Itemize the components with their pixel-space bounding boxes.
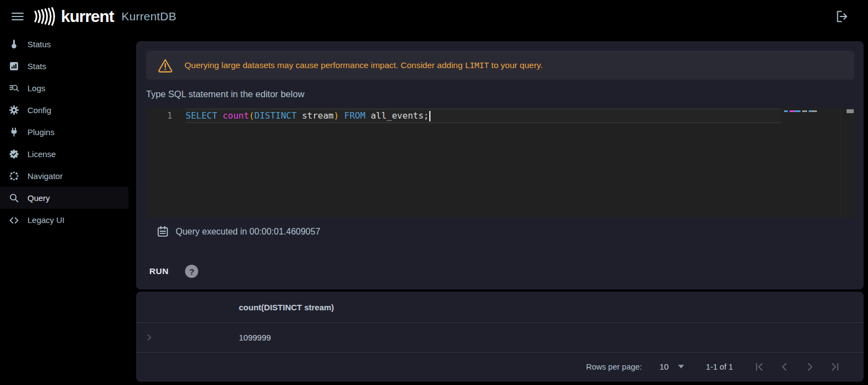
logout-icon [833,9,849,24]
first-page-icon [753,360,766,373]
sidebar-item-navigator[interactable]: Navigator [0,165,128,187]
table-row[interactable]: 1099999 [136,323,864,353]
column-header: count(DISTINCT stream) [239,292,334,323]
sql-token-paren: ( [249,110,255,121]
page-range-label: 1-1 of 1 [706,362,733,371]
run-row: RUN ? [149,263,198,280]
rows-per-page-label: Rows per page: [586,362,642,371]
editor-minimap[interactable] [784,110,817,112]
sql-token-keyword: FROM [344,110,366,121]
sidebar-item-label: Stats [27,62,46,71]
sidebar: Status Stats Logs Config Plugins License [0,33,128,385]
sql-token-keyword: SELECT [186,110,217,121]
clipboard-calendar-icon [156,225,170,238]
query-results-card: count(DISTINCT stream) 1099999 Rows per … [136,292,864,382]
editor-scrollbar-track [840,108,841,217]
rows-per-page-value: 10 [659,362,669,371]
thermometer-icon [8,38,20,50]
chevron-right-icon [803,360,816,373]
sidebar-item-query[interactable]: Query [0,187,128,209]
sidebar-item-logs[interactable]: Logs [0,77,128,99]
menu-button[interactable] [9,8,26,25]
help-button[interactable]: ? [185,265,198,278]
sidebar-item-label: Navigator [27,171,63,181]
chevron-right-icon [144,333,154,342]
kurrent-logo-waves-icon [33,6,58,27]
sidebar-item-label: Status [27,40,51,49]
warning-text: Querying large datasets may cause perfor… [184,60,543,70]
previous-page-button[interactable] [778,360,791,373]
pager-controls [753,360,842,373]
navigator-dots-icon [8,170,20,182]
last-page-icon [828,360,842,373]
search-icon [8,192,20,204]
sidebar-item-label: Config [27,105,51,115]
query-status-row: Query executed in 00:00:01.4609057 [156,225,320,238]
sidebar-item-plugins[interactable]: Plugins [0,121,128,143]
sql-editor[interactable]: 1 SELECT count(DISTINCT stream) FROM all… [146,108,855,217]
pagination-footer: Rows per page: 10 1-1 of 1 [136,353,864,381]
result-cell: 1099999 [239,323,271,353]
license-badge-icon [8,148,20,160]
sql-token-function: count [222,110,249,121]
brand-wordmark: kurrent [61,7,114,26]
topbar: kurrent KurrentDB [0,0,868,33]
query-execution-time: Query executed in 00:00:01.4609057 [176,227,320,237]
limit-keyword: LIMIT [465,61,489,70]
app-title: KurrentDB [121,10,176,23]
sidebar-item-label: Query [27,193,50,203]
run-button[interactable]: RUN [149,266,169,276]
next-page-button[interactable] [803,360,816,373]
sidebar-item-legacy-ui[interactable]: Legacy UI [0,209,128,231]
chevron-left-icon [778,360,791,373]
sql-token-paren: ) [334,110,339,121]
sidebar-item-label: License [27,149,56,159]
sidebar-item-label: Logs [27,83,46,93]
row-expand-button[interactable] [143,332,155,344]
chevron-down-icon [678,365,684,369]
sidebar-item-status[interactable]: Status [0,33,128,55]
gear-icon [8,104,20,116]
text-cursor [429,111,430,121]
editor-instruction-label: Type SQL statement in the editor below [146,89,304,99]
warning-triangle-icon [157,58,173,73]
code-brackets-icon [8,214,20,226]
last-page-button[interactable] [828,360,842,373]
line-number: 1 [146,109,172,123]
editor-scrollbar-thumb[interactable] [847,109,854,113]
question-mark-icon: ? [189,267,194,276]
bar-chart-icon [8,60,20,72]
sidebar-item-config[interactable]: Config [0,99,128,121]
results-table-header: count(DISTINCT stream) [136,292,864,323]
performance-warning-banner: Querying large datasets may cause perfor… [146,51,854,80]
kurrent-logo: kurrent [33,6,114,27]
first-page-button[interactable] [753,360,766,373]
hamburger-icon [10,9,25,24]
logout-button[interactable] [833,8,849,25]
sidebar-item-license[interactable]: License [0,143,128,165]
sql-token-keyword: DISTINCT [254,110,296,121]
rows-per-page-select[interactable]: 10 [659,362,684,371]
sidebar-item-stats[interactable]: Stats [0,55,128,77]
sql-code-line: SELECT count(DISTINCT stream) FROM all_e… [186,109,781,123]
sidebar-item-label: Legacy UI [27,215,65,225]
plug-icon [8,126,20,138]
log-search-icon [8,82,20,94]
sidebar-item-label: Plugins [27,127,54,137]
query-editor-card: Querying large datasets may cause perfor… [136,41,864,289]
